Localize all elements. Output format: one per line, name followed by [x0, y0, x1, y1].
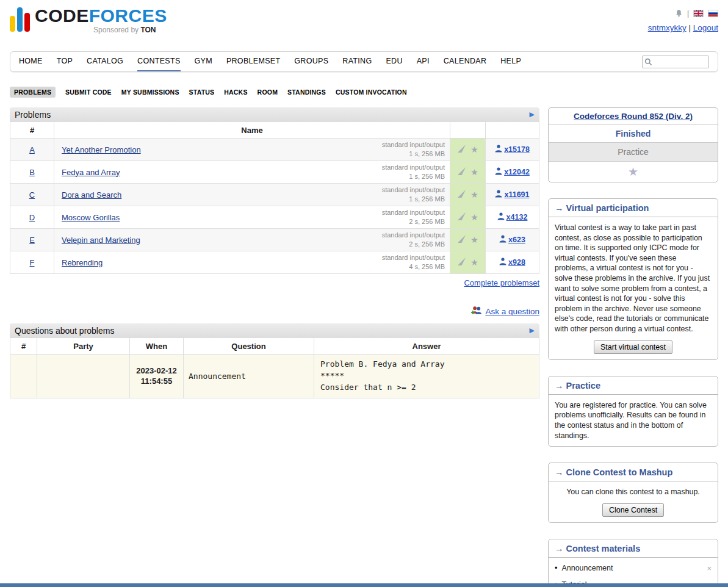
- submit-plane-icon[interactable]: [457, 212, 466, 223]
- submit-plane-icon[interactable]: [457, 234, 466, 245]
- favorite-star-icon[interactable]: ★: [470, 257, 478, 267]
- problems-caption: Problems: [15, 110, 51, 120]
- problem-index-link[interactable]: F: [30, 258, 35, 267]
- problem-row: D Moscow Gorillas standard input/output2…: [10, 206, 539, 229]
- close-icon[interactable]: ×: [707, 564, 712, 573]
- problem-index-link[interactable]: A: [29, 145, 35, 154]
- material-announcement-link[interactable]: Announcement: [561, 564, 613, 572]
- ask-question-link[interactable]: Ask a question: [485, 307, 539, 316]
- q-col-index: #: [10, 338, 37, 355]
- logout-link[interactable]: Logout: [693, 23, 718, 32]
- nav-calendar[interactable]: CALENDAR: [444, 52, 486, 71]
- question-index-cell: [10, 355, 37, 398]
- q-col-party: Party: [37, 338, 130, 355]
- favorite-star-icon[interactable]: ★: [470, 167, 478, 177]
- submit-plane-icon[interactable]: [457, 257, 466, 268]
- nav-gym[interactable]: GYM: [195, 52, 212, 71]
- question-row: 2023-02-12 11:54:55 Announcement Problem…: [10, 355, 539, 398]
- problem-index-link[interactable]: B: [29, 168, 35, 177]
- question-party-cell: [37, 355, 130, 398]
- solved-person-icon: [499, 235, 506, 245]
- q-col-when: When: [130, 338, 184, 355]
- problem-name-link[interactable]: Fedya and Array: [62, 168, 120, 177]
- solved-count-link[interactable]: x4132: [506, 213, 528, 221]
- favorite-star-icon[interactable]: ★: [470, 145, 478, 154]
- complete-problemset-link[interactable]: Complete problemset: [464, 278, 539, 287]
- nav-groups[interactable]: GROUPS: [294, 52, 328, 71]
- sponsored-by-line: Sponsored by TON: [93, 26, 167, 34]
- tab-custom-invocation[interactable]: CUSTOM INVOCATION: [336, 88, 407, 96]
- problem-name-link[interactable]: Velepin and Marketing: [62, 236, 140, 245]
- question-when-cell: 2023-02-12 11:54:55: [130, 355, 184, 398]
- tab-hacks[interactable]: HACKS: [224, 88, 247, 96]
- tab-problems[interactable]: PROBLEMS: [10, 87, 56, 98]
- problem-io-info: standard input/output1 s, 256 MB: [382, 163, 445, 181]
- problem-name-link[interactable]: Rebrending: [62, 258, 103, 267]
- main-nav: HOME TOP CATALOG CONTESTS GYM PROBLEMSET…: [10, 51, 718, 72]
- lang-separator: |: [687, 9, 689, 18]
- contest-favorite-star-icon[interactable]: ★: [628, 165, 638, 178]
- tab-my-submissions[interactable]: MY SUBMISSIONS: [121, 88, 179, 96]
- nav-api[interactable]: API: [417, 52, 430, 71]
- submit-plane-icon[interactable]: [457, 144, 466, 155]
- problem-io-info: standard input/output2 s, 256 MB: [382, 208, 445, 226]
- sidebar: Codeforces Round 852 (Div. 2) Finished P…: [548, 107, 718, 587]
- problem-name-link[interactable]: Dora and Search: [62, 190, 121, 200]
- section-expand-icon[interactable]: ▶: [530, 110, 535, 118]
- ask-question-people-icon: [470, 306, 482, 317]
- problem-io-info: standard input/output1 s, 256 MB: [382, 185, 445, 204]
- nav-rating[interactable]: RATING: [342, 52, 372, 71]
- nav-home[interactable]: HOME: [19, 52, 43, 71]
- contest-title-link[interactable]: Codeforces Round 852 (Div. 2): [574, 112, 693, 121]
- problem-index-link[interactable]: C: [29, 190, 35, 200]
- contest-info-box: Codeforces Round 852 (Div. 2) Finished P…: [548, 107, 718, 182]
- solved-count-link[interactable]: x15178: [504, 145, 530, 154]
- lang-russian-flag-icon[interactable]: [708, 10, 718, 17]
- problems-table: # Name A Yet Another Promotion standard …: [10, 121, 539, 274]
- main-column: Problems ▶ # Name A: [10, 107, 539, 398]
- material-item: • Announcement ×: [549, 560, 718, 577]
- submit-plane-icon[interactable]: [457, 189, 466, 200]
- tab-status[interactable]: STATUS: [189, 88, 215, 96]
- solved-person-icon: [495, 167, 502, 177]
- questions-section: Questions about problems ▶ # Party When …: [10, 323, 539, 398]
- problem-index-link[interactable]: E: [29, 236, 35, 245]
- username-link[interactable]: sntmxykky: [648, 23, 687, 32]
- favorite-star-icon[interactable]: ★: [470, 235, 478, 245]
- q-col-answer: Answer: [314, 338, 539, 355]
- nav-contests[interactable]: CONTESTS: [137, 52, 180, 71]
- contest-nav: PROBLEMS SUBMIT CODE MY SUBMISSIONS STAT…: [10, 87, 718, 98]
- problem-name-link[interactable]: Moscow Gorillas: [62, 213, 120, 222]
- clone-contest-button[interactable]: Clone Contest: [602, 503, 664, 517]
- nav-catalog[interactable]: CATALOG: [87, 52, 123, 71]
- start-virtual-contest-button[interactable]: Start virtual contest: [594, 340, 672, 354]
- problem-row: F Rebrending standard input/output4 s, 2…: [10, 251, 539, 274]
- solved-count-link[interactable]: x12042: [504, 168, 530, 176]
- problem-name-link[interactable]: Yet Another Promotion: [62, 145, 141, 154]
- nav-top[interactable]: TOP: [57, 52, 73, 71]
- virtual-participation-text: Virtual contest is a way to take part in…: [555, 223, 712, 334]
- section-expand-icon[interactable]: ▶: [530, 326, 535, 334]
- solved-count-link[interactable]: x11691: [504, 190, 529, 199]
- solved-count-link[interactable]: x928: [508, 258, 525, 267]
- logo-bars-icon: [10, 6, 30, 32]
- nav-problemset[interactable]: PROBLEMSET: [226, 52, 280, 71]
- problems-caption-bar: Problems ▶: [10, 107, 539, 121]
- virtual-participation-box: → Virtual participation Virtual contest …: [548, 198, 718, 360]
- codeforces-logo[interactable]: CODEFORCES Sponsored by TON: [10, 6, 167, 34]
- favorite-star-icon[interactable]: ★: [470, 212, 478, 222]
- submit-plane-icon[interactable]: [457, 167, 466, 178]
- tab-standings[interactable]: STANDINGS: [287, 88, 326, 96]
- problem-index-link[interactable]: D: [29, 213, 35, 222]
- nav-help[interactable]: HELP: [500, 52, 521, 71]
- solved-count-link[interactable]: x623: [508, 236, 525, 244]
- tab-room[interactable]: ROOM: [258, 88, 278, 96]
- bullet-icon: •: [555, 564, 557, 572]
- page: CODEFORCES Sponsored by TON | sntmxykky: [0, 0, 728, 587]
- tab-submit-code[interactable]: SUBMIT CODE: [65, 88, 112, 96]
- notifications-bell-icon[interactable]: [675, 9, 683, 18]
- solved-person-icon: [495, 145, 502, 154]
- lang-english-flag-icon[interactable]: [693, 10, 704, 17]
- nav-edu[interactable]: EDU: [386, 52, 402, 71]
- favorite-star-icon[interactable]: ★: [470, 190, 478, 200]
